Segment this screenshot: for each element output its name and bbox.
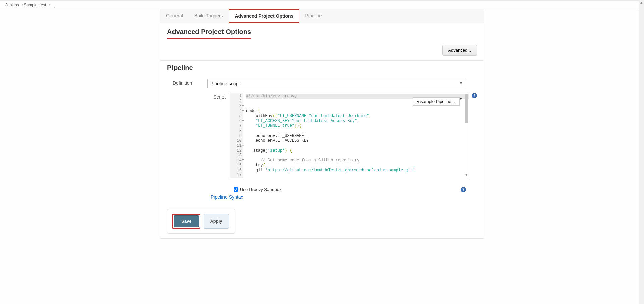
definition-row: Definition Pipeline script [167, 79, 477, 88]
groovy-sandbox-label: Use Groovy Sandbox [240, 187, 282, 192]
sample-pipeline-select[interactable]: try sample Pipeline... [413, 97, 460, 106]
tab-build-triggers[interactable]: Build Triggers [189, 9, 229, 23]
breadcrumb-job[interactable]: Sample_test [24, 3, 51, 7]
config-panel: General Build Triggers Advanced Project … [160, 9, 484, 239]
tab-pipeline[interactable]: Pipeline [299, 9, 328, 23]
tabs: General Build Triggers Advanced Project … [160, 9, 484, 23]
tab-general[interactable]: General [160, 9, 189, 23]
scroll-up-icon[interactable]: ▲ [639, 0, 644, 5]
help-icon[interactable]: ? [472, 93, 477, 98]
apply-button[interactable]: Apply [204, 214, 229, 229]
editor-gutter: 1 2 3 4 5 6 7 8 9 10 11 12 13 14 [230, 93, 243, 178]
apo-heading: Advanced Project Options [167, 28, 477, 36]
page-scrollbar[interactable]: ▲ [639, 0, 644, 239]
script-editor[interactable]: 1 2 3 4 5 6 7 8 9 10 11 12 13 14 [230, 93, 469, 178]
advanced-project-options-section: Advanced Project Options Advanced... [160, 23, 484, 61]
definition-label: Definition [167, 79, 207, 86]
breadcrumb: Jenkins Sample_test [0, 0, 644, 9]
groovy-sandbox-checkbox[interactable] [234, 187, 238, 192]
pipeline-syntax-link[interactable]: Pipeline Syntax [167, 194, 243, 200]
pipeline-heading: Pipeline [167, 64, 477, 72]
breadcrumb-jenkins[interactable]: Jenkins [5, 3, 24, 7]
definition-select[interactable]: Pipeline script [207, 79, 465, 88]
help-icon[interactable]: ? [461, 187, 466, 192]
bottom-bar: Save Apply [167, 209, 235, 234]
code-area[interactable]: #!/usr/bin/env groovy node { withEnv(["L… [243, 93, 469, 177]
heading-underline [167, 38, 251, 39]
script-row: Script 1 2 3 4 5 6 7 8 9 10 11 [167, 93, 477, 178]
script-label: Script [167, 93, 230, 100]
tab-advanced-project-options[interactable]: Advanced Project Options [229, 9, 299, 23]
sandbox-row: Use Groovy Sandbox ? [167, 183, 477, 194]
editor-scrollbar[interactable] [465, 94, 468, 123]
save-button[interactable]: Save [174, 215, 199, 227]
editor-scroll-down-icon[interactable]: ▼ [464, 173, 468, 177]
advanced-button[interactable]: Advanced... [442, 45, 477, 56]
pipeline-section: Pipeline Definition Pipeline script Scri… [160, 61, 484, 238]
